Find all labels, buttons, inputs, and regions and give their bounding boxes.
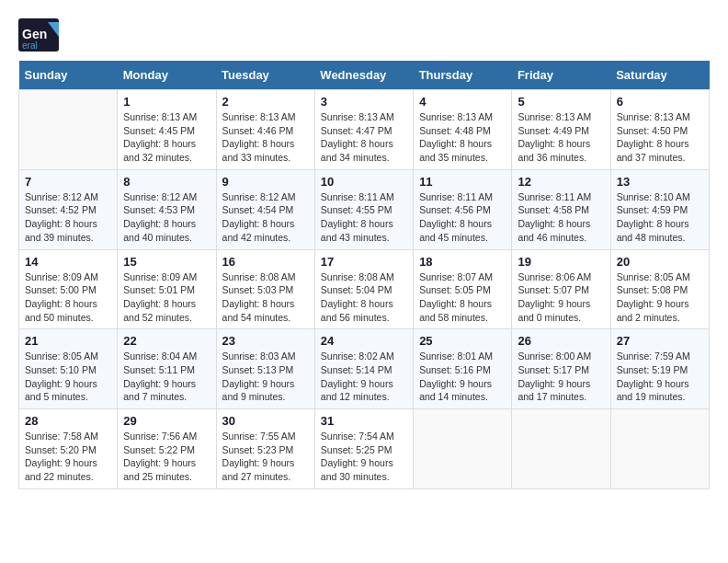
cell-info: Sunrise: 8:04 AM Sunset: 5:11 PM Dayligh…: [123, 350, 210, 404]
cell-info: Sunrise: 8:10 AM Sunset: 4:59 PM Dayligh…: [617, 190, 703, 245]
cell-info: Sunrise: 8:08 AM Sunset: 5:04 PM Dayligh…: [321, 270, 407, 325]
day-number: 26: [518, 334, 604, 348]
day-number: 12: [518, 175, 604, 189]
cell-info: Sunrise: 8:09 AM Sunset: 5:01 PM Dayligh…: [123, 270, 210, 325]
table-cell: 3Sunrise: 8:13 AM Sunset: 4:47 PM Daylig…: [314, 90, 413, 170]
day-number: 27: [617, 334, 703, 348]
table-cell: 11Sunrise: 8:11 AM Sunset: 4:56 PM Dayli…: [414, 169, 512, 249]
table-cell: [610, 409, 709, 489]
table-cell: [512, 409, 610, 489]
weekday-header-sunday: Sunday: [19, 61, 118, 90]
svg-text:Gen: Gen: [22, 27, 47, 41]
table-cell: 21Sunrise: 8:05 AM Sunset: 5:10 PM Dayli…: [19, 329, 118, 409]
week-row-2: 7Sunrise: 8:12 AM Sunset: 4:52 PM Daylig…: [19, 169, 710, 249]
table-cell: 27Sunrise: 7:59 AM Sunset: 5:19 PM Dayli…: [610, 329, 709, 409]
day-number: 3: [321, 95, 407, 109]
cell-info: Sunrise: 8:13 AM Sunset: 4:48 PM Dayligh…: [419, 110, 506, 165]
table-cell: 15Sunrise: 8:09 AM Sunset: 5:01 PM Dayli…: [118, 249, 216, 329]
cell-info: Sunrise: 8:02 AM Sunset: 5:14 PM Dayligh…: [321, 350, 407, 404]
day-number: 20: [617, 255, 703, 269]
table-cell: 13Sunrise: 8:10 AM Sunset: 4:59 PM Dayli…: [610, 169, 709, 249]
cell-info: Sunrise: 8:12 AM Sunset: 4:54 PM Dayligh…: [222, 190, 309, 245]
cell-info: Sunrise: 8:13 AM Sunset: 4:49 PM Dayligh…: [518, 110, 604, 165]
day-number: 8: [123, 175, 210, 189]
table-cell: 12Sunrise: 8:11 AM Sunset: 4:58 PM Dayli…: [512, 169, 610, 249]
week-row-3: 14Sunrise: 8:09 AM Sunset: 5:00 PM Dayli…: [19, 249, 710, 329]
cell-info: Sunrise: 8:05 AM Sunset: 5:10 PM Dayligh…: [25, 350, 111, 404]
table-cell: 6Sunrise: 8:13 AM Sunset: 4:50 PM Daylig…: [610, 90, 709, 170]
table-cell: 1Sunrise: 8:13 AM Sunset: 4:45 PM Daylig…: [118, 90, 216, 170]
cell-info: Sunrise: 8:03 AM Sunset: 5:13 PM Dayligh…: [222, 350, 309, 404]
day-number: 5: [518, 95, 604, 109]
page-header: Gen eral: [18, 18, 710, 52]
cell-info: Sunrise: 7:54 AM Sunset: 5:25 PM Dayligh…: [321, 430, 407, 484]
cell-info: Sunrise: 7:58 AM Sunset: 5:20 PM Dayligh…: [25, 430, 111, 484]
cell-info: Sunrise: 8:00 AM Sunset: 5:17 PM Dayligh…: [518, 350, 604, 404]
week-row-1: 1Sunrise: 8:13 AM Sunset: 4:45 PM Daylig…: [19, 90, 710, 170]
day-number: 16: [222, 255, 309, 269]
weekday-header-wednesday: Wednesday: [314, 61, 413, 90]
table-cell: 4Sunrise: 8:13 AM Sunset: 4:48 PM Daylig…: [414, 90, 512, 170]
day-number: 13: [617, 175, 703, 189]
svg-text:eral: eral: [22, 40, 38, 51]
day-number: 4: [419, 95, 506, 109]
cell-info: Sunrise: 8:13 AM Sunset: 4:50 PM Dayligh…: [617, 110, 703, 165]
logo-icon: Gen eral: [18, 18, 59, 52]
table-cell: 29Sunrise: 7:56 AM Sunset: 5:22 PM Dayli…: [118, 409, 216, 489]
weekday-header-tuesday: Tuesday: [216, 61, 314, 90]
table-cell: 18Sunrise: 8:07 AM Sunset: 5:05 PM Dayli…: [414, 249, 512, 329]
table-cell: [414, 409, 512, 489]
cell-info: Sunrise: 8:08 AM Sunset: 5:03 PM Dayligh…: [222, 270, 309, 325]
weekday-header-monday: Monday: [118, 61, 216, 90]
day-number: 28: [25, 414, 111, 428]
table-cell: 14Sunrise: 8:09 AM Sunset: 5:00 PM Dayli…: [19, 249, 118, 329]
day-number: 22: [123, 334, 210, 348]
day-number: 23: [222, 334, 309, 348]
table-cell: 8Sunrise: 8:12 AM Sunset: 4:53 PM Daylig…: [118, 169, 216, 249]
cell-info: Sunrise: 8:13 AM Sunset: 4:46 PM Dayligh…: [222, 110, 309, 165]
day-number: 15: [123, 255, 210, 269]
table-cell: 24Sunrise: 8:02 AM Sunset: 5:14 PM Dayli…: [314, 329, 413, 409]
day-number: 14: [25, 255, 111, 269]
calendar-table: SundayMondayTuesdayWednesdayThursdayFrid…: [18, 61, 710, 489]
week-row-5: 28Sunrise: 7:58 AM Sunset: 5:20 PM Dayli…: [19, 409, 710, 489]
table-cell: 9Sunrise: 8:12 AM Sunset: 4:54 PM Daylig…: [216, 169, 314, 249]
cell-info: Sunrise: 8:11 AM Sunset: 4:58 PM Dayligh…: [518, 190, 604, 245]
cell-info: Sunrise: 8:11 AM Sunset: 4:55 PM Dayligh…: [321, 190, 407, 245]
table-cell: 16Sunrise: 8:08 AM Sunset: 5:03 PM Dayli…: [216, 249, 314, 329]
cell-info: Sunrise: 8:13 AM Sunset: 4:45 PM Dayligh…: [123, 110, 210, 165]
day-number: 6: [617, 95, 703, 109]
table-cell: 30Sunrise: 7:55 AM Sunset: 5:23 PM Dayli…: [216, 409, 314, 489]
table-cell: 20Sunrise: 8:05 AM Sunset: 5:08 PM Dayli…: [610, 249, 709, 329]
cell-info: Sunrise: 8:11 AM Sunset: 4:56 PM Dayligh…: [419, 190, 506, 245]
day-number: 2: [222, 95, 309, 109]
table-cell: 19Sunrise: 8:06 AM Sunset: 5:07 PM Dayli…: [512, 249, 610, 329]
cell-info: Sunrise: 8:13 AM Sunset: 4:47 PM Dayligh…: [321, 110, 407, 165]
weekday-header-row: SundayMondayTuesdayWednesdayThursdayFrid…: [19, 61, 710, 90]
day-number: 21: [25, 334, 111, 348]
day-number: 24: [321, 334, 407, 348]
table-cell: 10Sunrise: 8:11 AM Sunset: 4:55 PM Dayli…: [314, 169, 413, 249]
cell-info: Sunrise: 8:12 AM Sunset: 4:53 PM Dayligh…: [123, 190, 210, 245]
weekday-header-thursday: Thursday: [414, 61, 512, 90]
cell-info: Sunrise: 8:12 AM Sunset: 4:52 PM Dayligh…: [25, 190, 111, 245]
day-number: 7: [25, 175, 111, 189]
cell-info: Sunrise: 8:06 AM Sunset: 5:07 PM Dayligh…: [518, 270, 604, 325]
cell-info: Sunrise: 8:05 AM Sunset: 5:08 PM Dayligh…: [617, 270, 703, 325]
table-cell: 5Sunrise: 8:13 AM Sunset: 4:49 PM Daylig…: [512, 90, 610, 170]
cell-info: Sunrise: 7:56 AM Sunset: 5:22 PM Dayligh…: [123, 430, 210, 484]
day-number: 25: [419, 334, 506, 348]
day-number: 29: [123, 414, 210, 428]
table-cell: 28Sunrise: 7:58 AM Sunset: 5:20 PM Dayli…: [19, 409, 118, 489]
table-cell: 23Sunrise: 8:03 AM Sunset: 5:13 PM Dayli…: [216, 329, 314, 409]
table-cell: 2Sunrise: 8:13 AM Sunset: 4:46 PM Daylig…: [216, 90, 314, 170]
cell-info: Sunrise: 8:07 AM Sunset: 5:05 PM Dayligh…: [419, 270, 506, 325]
day-number: 17: [321, 255, 407, 269]
weekday-header-saturday: Saturday: [610, 61, 709, 90]
table-cell: 7Sunrise: 8:12 AM Sunset: 4:52 PM Daylig…: [19, 169, 118, 249]
logo: Gen eral: [18, 18, 63, 52]
cell-info: Sunrise: 7:55 AM Sunset: 5:23 PM Dayligh…: [222, 430, 309, 484]
table-cell: 31Sunrise: 7:54 AM Sunset: 5:25 PM Dayli…: [314, 409, 413, 489]
table-cell: 25Sunrise: 8:01 AM Sunset: 5:16 PM Dayli…: [414, 329, 512, 409]
weekday-header-friday: Friday: [512, 61, 610, 90]
